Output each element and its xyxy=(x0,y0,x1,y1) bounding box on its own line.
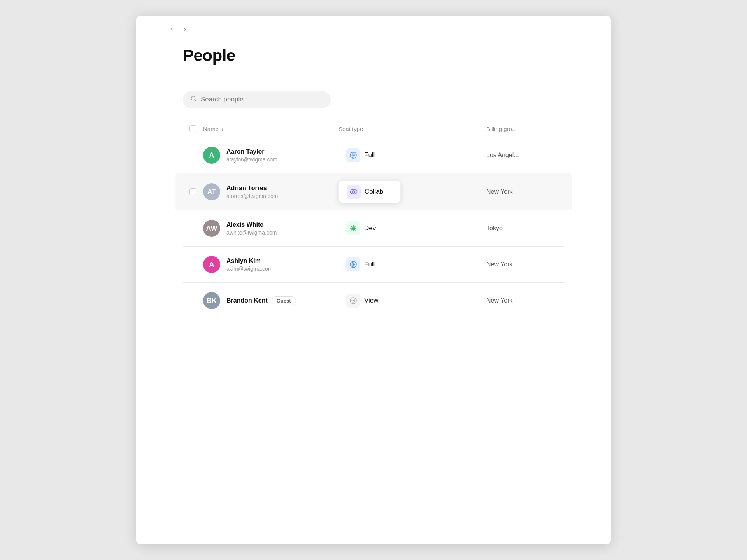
billing-cell: Tokyo xyxy=(486,225,564,232)
row-checkbox-col xyxy=(183,188,203,195)
person-email: atorres@twigma.com xyxy=(226,193,278,199)
seat-cell: View xyxy=(338,290,486,312)
billing-group-column-header: Billing gro... xyxy=(486,126,564,132)
seat-cell: Collab xyxy=(338,180,486,203)
svg-point-3 xyxy=(353,155,354,156)
seat-cell: Dev xyxy=(338,217,486,239)
seat-type-label: Collab xyxy=(365,188,383,196)
billing-cell: New York xyxy=(486,188,564,195)
name-cell: A Aaron Taylor ataylor@twigma.com xyxy=(203,147,338,164)
dev-seat-icon xyxy=(346,221,360,235)
seat-type-badge: Full xyxy=(338,144,401,166)
table-row[interactable]: A Ashlyn Kim akim@twigma.com Full New Yo… xyxy=(183,247,564,283)
seat-type-label: Full xyxy=(364,151,375,159)
person-info: Adrian Torres atorres@twigma.com xyxy=(226,185,278,199)
person-info: Aaron Taylor ataylor@twigma.com xyxy=(226,148,277,163)
name-cell: A Ashlyn Kim akim@twigma.com xyxy=(203,256,338,273)
table-row[interactable]: A Aaron Taylor ataylor@twigma.com Full L… xyxy=(183,137,564,173)
avatar: AT xyxy=(203,183,220,200)
person-name: Ashlyn Kim xyxy=(226,257,272,264)
avatar: A xyxy=(203,147,220,164)
header-billing-col: Billing gro... xyxy=(486,126,564,132)
collab-seat-icon xyxy=(347,185,361,199)
table-row[interactable]: AW Alexis White awhite@twigma.com Dev To… xyxy=(183,210,564,247)
seat-type-badge: Collab xyxy=(338,180,401,203)
table-body: A Aaron Taylor ataylor@twigma.com Full L… xyxy=(183,137,564,319)
view-seat-icon xyxy=(346,294,360,308)
select-all-checkbox[interactable] xyxy=(189,125,196,132)
full-seat-icon xyxy=(346,148,360,162)
header-checkbox-col xyxy=(183,125,203,132)
name-cell: AT Adrian Torres atorres@twigma.com xyxy=(203,183,338,200)
back-button[interactable]: ‹ xyxy=(167,23,176,35)
avatar: BK xyxy=(203,292,220,309)
person-email: awhite@twigma.com xyxy=(226,229,277,236)
seat-type-column-header: Seat type xyxy=(338,126,486,132)
search-icon xyxy=(191,96,197,103)
avatar: AW xyxy=(203,220,220,237)
svg-point-12 xyxy=(353,264,354,265)
billing-cell: Los Angel... xyxy=(486,152,564,159)
seat-type-badge: Dev xyxy=(338,217,401,239)
svg-point-15 xyxy=(353,300,354,301)
search-bar[interactable] xyxy=(183,91,331,108)
seat-type-label: View xyxy=(364,297,379,304)
row-checkbox[interactable] xyxy=(189,188,196,195)
page-title: People xyxy=(183,46,564,65)
seat-type-label: Dev xyxy=(364,224,376,232)
sort-arrow-icon: ↓ xyxy=(221,126,224,132)
avatar: A xyxy=(203,256,220,273)
content-area: Name ↓ Seat type Billing gro... A Aaron … xyxy=(136,77,611,319)
seat-cell: Full xyxy=(338,254,486,275)
seat-type-badge: View xyxy=(338,290,401,312)
seat-cell: Full xyxy=(338,144,486,166)
guest-badge: Guest xyxy=(272,296,296,305)
name-cell: AW Alexis White awhite@twigma.com xyxy=(203,220,338,237)
header-name-col: Name ↓ xyxy=(203,126,338,132)
person-info: Brandon KentGuest xyxy=(226,296,296,305)
page-title-section: People xyxy=(136,42,611,77)
table-row[interactable]: BK Brandon KentGuest View New York xyxy=(183,283,564,319)
person-name: Adrian Torres xyxy=(226,185,278,192)
nav-bar: ‹ › xyxy=(136,16,611,42)
full-seat-icon xyxy=(346,257,360,271)
svg-line-1 xyxy=(195,100,196,102)
person-name: Aaron Taylor xyxy=(226,148,277,155)
billing-cell: New York xyxy=(486,297,564,304)
search-input[interactable] xyxy=(201,96,323,103)
table-row[interactable]: AT Adrian Torres atorres@twigma.com Coll… xyxy=(175,173,572,210)
billing-cell: New York xyxy=(486,261,564,268)
header-seat-col: Seat type xyxy=(338,126,486,132)
person-name: Alexis White xyxy=(226,221,277,228)
name-cell: BK Brandon KentGuest xyxy=(203,292,338,309)
name-column-header[interactable]: Name ↓ xyxy=(203,126,338,132)
seat-type-label: Full xyxy=(364,261,375,268)
main-window: ‹ › People Name ↓ xyxy=(136,16,611,544)
table-header: Name ↓ Seat type Billing gro... xyxy=(183,121,564,137)
person-info: Alexis White awhite@twigma.com xyxy=(226,221,277,236)
forward-button[interactable]: › xyxy=(181,23,189,35)
person-info: Ashlyn Kim akim@twigma.com xyxy=(226,257,272,272)
seat-type-badge: Full xyxy=(338,254,401,275)
person-name: Brandon KentGuest xyxy=(226,296,296,305)
person-email: akim@twigma.com xyxy=(226,266,272,272)
person-email: ataylor@twigma.com xyxy=(226,156,277,163)
